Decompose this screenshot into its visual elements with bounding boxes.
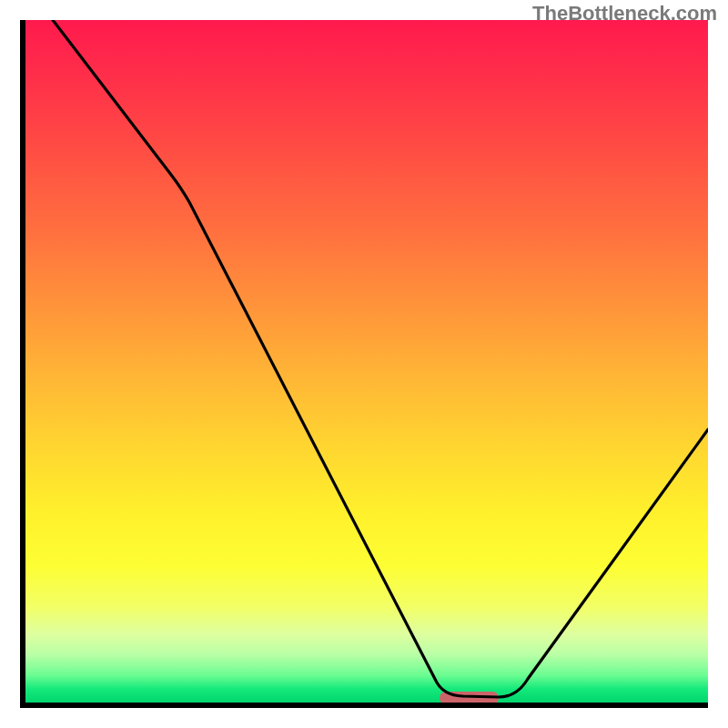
curve-path (53, 20, 708, 697)
curve-svg (25, 20, 708, 703)
bottleneck-chart: TheBottleneck.com (0, 0, 728, 728)
watermark-text: TheBottleneck.com (532, 2, 717, 25)
plot-area (20, 20, 708, 708)
